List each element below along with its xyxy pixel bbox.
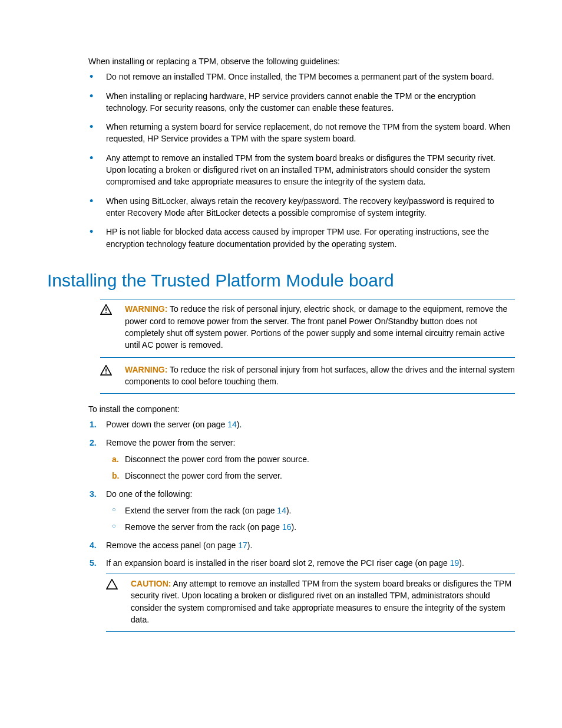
svg-rect-3 xyxy=(105,373,107,374)
warning-icon xyxy=(100,303,117,351)
install-lead: To install the component: xyxy=(88,403,515,415)
substeps: Disconnect the power cord from the power… xyxy=(106,453,515,482)
step-text: If an expansion board is installed in th… xyxy=(106,558,450,568)
warning-text: To reduce the risk of personal injury fr… xyxy=(125,365,515,386)
substep-item: Disconnect the power cord from the power… xyxy=(125,453,515,465)
list-item: Any attempt to remove an installed TPM f… xyxy=(106,152,515,188)
step-text: ). xyxy=(247,541,253,550)
step-text: ). xyxy=(237,420,242,429)
page-reference-link[interactable]: 19 xyxy=(450,558,459,568)
step-item: Do one of the following: Extend the serv… xyxy=(106,488,515,533)
caution-note: CAUTION: Any attempt to remove an instal… xyxy=(106,574,515,632)
step-text: Remove the power from the server: xyxy=(106,438,235,447)
warning-note: WARNING: To reduce the risk of personal … xyxy=(100,299,515,357)
svg-rect-2 xyxy=(105,368,107,371)
warning-icon xyxy=(100,364,117,388)
warning-note: WARNING: To reduce the risk of personal … xyxy=(100,360,515,394)
step-text: Do one of the following: xyxy=(106,489,192,499)
list-item: When using BitLocker, always retain the … xyxy=(106,195,515,219)
step-item: Remove the power from the server: Discon… xyxy=(106,437,515,482)
install-steps: Power down the server (on page 14). Remo… xyxy=(47,419,515,632)
page-reference-link[interactable]: 16 xyxy=(282,522,292,532)
option-text: ). xyxy=(286,506,292,515)
list-item: HP is not liable for blocked data access… xyxy=(106,226,515,250)
page-reference-link[interactable]: 17 xyxy=(238,541,247,550)
option-text: Extend the server from the rack (on page xyxy=(125,506,277,515)
svg-rect-0 xyxy=(105,308,107,311)
list-item: When installing or replacing hardware, H… xyxy=(106,90,515,114)
intro-paragraph: When installing or replacing a TPM, obse… xyxy=(88,55,515,67)
options-list: Extend the server from the rack (on page… xyxy=(106,505,515,533)
warning-text: To reduce the risk of personal injury, e… xyxy=(125,304,507,350)
warning-label: WARNING: xyxy=(125,304,167,314)
step-item: Power down the server (on page 14). xyxy=(106,419,515,430)
svg-rect-1 xyxy=(105,312,107,313)
caution-icon xyxy=(106,578,123,625)
list-item: Do not remove an installed TPM. Once ins… xyxy=(106,71,515,83)
guidelines-list: Do not remove an installed TPM. Once ins… xyxy=(47,71,515,250)
step-text: Power down the server (on page xyxy=(106,420,227,429)
page-reference-link[interactable]: 14 xyxy=(277,506,286,515)
step-text: Remove the access panel (on page xyxy=(106,541,238,550)
option-item: Extend the server from the rack (on page… xyxy=(125,505,515,516)
step-item: Remove the access panel (on page 17). xyxy=(106,539,515,551)
step-text: ). xyxy=(459,558,464,568)
warning-label: WARNING: xyxy=(125,365,167,374)
substep-item: Disconnect the power cord from the serve… xyxy=(125,470,515,482)
list-item: When returning a system board for servic… xyxy=(106,121,515,145)
caution-label: CAUTION: xyxy=(131,579,171,588)
section-heading: Installing the Trusted Platform Module b… xyxy=(47,268,515,294)
option-text: ). xyxy=(291,522,296,532)
option-item: Remove the server from the rack (on page… xyxy=(125,521,515,533)
step-item: If an expansion board is installed in th… xyxy=(106,557,515,632)
page-reference-link[interactable]: 14 xyxy=(227,420,237,429)
caution-text: Any attempt to remove an installed TPM f… xyxy=(131,579,511,624)
option-text: Remove the server from the rack (on page xyxy=(125,522,282,532)
